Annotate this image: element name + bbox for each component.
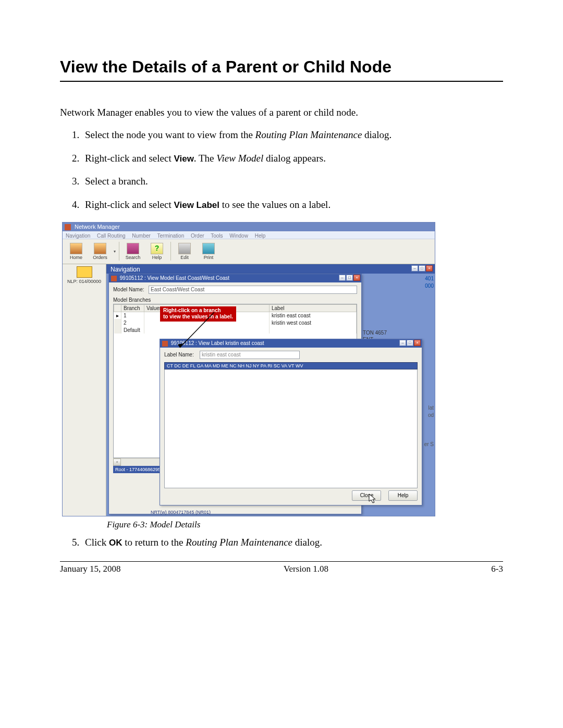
toolbar-home[interactable]: Home [66, 243, 87, 260]
toolbar-separator [119, 242, 119, 261]
menu-termination[interactable]: Termination [157, 233, 185, 239]
menu-window[interactable]: Window [229, 233, 248, 239]
text-italic: Routing Plan Maintenance [255, 129, 362, 140]
menubar[interactable]: Navigation Call Routing Number Terminati… [63, 231, 435, 239]
heading-rule [60, 81, 503, 82]
close-button[interactable]: × [414, 340, 421, 346]
text: dialog. [362, 129, 391, 140]
cell-branch: Default [121, 326, 144, 334]
maximize-button[interactable]: □ [346, 275, 353, 281]
toolbar-search[interactable]: Search [123, 243, 143, 260]
label-values-selected[interactable]: CT DC DE FL GA MA MD ME NC NH NJ NY PA R… [164, 362, 418, 369]
steps-list: Select the node you want to view from th… [60, 129, 503, 212]
maximize-button[interactable]: □ [419, 265, 425, 272]
app-icon [65, 224, 71, 230]
toolbar: Home Orders ▾ Search ?Help Edit Print [63, 239, 435, 264]
menu-number[interactable]: Number [132, 233, 151, 239]
close-button[interactable]: × [353, 275, 360, 281]
home-icon [70, 243, 82, 254]
menu-tools[interactable]: Tools [211, 233, 223, 239]
cursor-icon [369, 493, 377, 504]
background-text: TON 4657 [363, 330, 387, 336]
view-model-title: 99105112 : View Model East Coast/West Co… [120, 275, 229, 281]
text-bold: View Label [174, 200, 219, 210]
toolbar-edit[interactable]: Edit [174, 243, 195, 260]
page-title: View the Details of a Parent or Child No… [60, 57, 503, 77]
help-dialog-button[interactable]: Help [388, 490, 418, 501]
orders-icon [94, 243, 106, 254]
text: . The [194, 153, 216, 164]
label-name-input[interactable] [200, 351, 300, 359]
toolbar-orders[interactable]: Orders [90, 243, 111, 260]
minimize-button[interactable]: – [411, 265, 418, 272]
toolbar-label: Help [152, 255, 162, 260]
footer-page: 6-3 [491, 564, 503, 574]
window-icon [162, 341, 168, 347]
text: dialog appears. [263, 153, 326, 164]
menu-navigation[interactable]: Navigation [66, 233, 90, 239]
search-icon [127, 243, 139, 254]
text-italic: View Model [216, 153, 263, 164]
sidebar: NLP: 014/00000 [63, 264, 106, 516]
close-button[interactable]: × [426, 265, 433, 272]
toolbar-label: Print [204, 255, 214, 260]
view-label-titlebar[interactable]: 99105112 : View Label kristin east coast… [160, 339, 422, 348]
maximize-button[interactable]: □ [407, 340, 413, 346]
menu-help[interactable]: Help [255, 233, 266, 239]
intro-paragraph: Network Manager enables you to view the … [60, 107, 503, 118]
cell-branch: 2 [121, 319, 144, 326]
edit-icon [178, 243, 191, 254]
label-values-area [164, 369, 418, 488]
step-1: Select the node you want to view from th… [82, 129, 503, 142]
close-dialog-button[interactable]: Close [352, 490, 381, 501]
label-name-label: Label Name: [164, 352, 197, 357]
sidebar-label: NLP: 014/00000 [63, 279, 106, 284]
minimize-button[interactable]: – [399, 340, 406, 346]
toolbar-dropdown-arrow[interactable]: ▾ [114, 249, 116, 254]
toolbar-label: Edit [180, 255, 189, 260]
window-icon [111, 276, 117, 281]
model-name-label: Model Name: [113, 287, 145, 292]
minimize-button[interactable]: – [339, 275, 346, 281]
dialog-buttons: Close Help [160, 488, 422, 504]
text-italic: Routing Plan Maintenance [186, 537, 292, 548]
view-label-title: 99105112 : View Label kristin east coast [171, 340, 264, 346]
menu-order[interactable]: Order [191, 233, 204, 239]
table-row[interactable]: Default [114, 326, 357, 334]
model-name-input[interactable] [149, 286, 357, 294]
callout-tooltip: Right-click on a branch to view the valu… [160, 306, 236, 322]
footer-version: Version 1.08 [284, 564, 328, 574]
view-label-window: 99105112 : View Label kristin east coast… [160, 339, 422, 505]
view-model-titlebar[interactable]: 99105112 : View Model East Coast/West Co… [109, 274, 361, 282]
cell-label: kristin west coast [270, 319, 357, 326]
callout-line: Right-click on a branch [163, 307, 233, 314]
col-branch[interactable]: Branch [121, 304, 144, 312]
cell-label [270, 326, 357, 334]
background-text: od [428, 412, 434, 418]
background-text: lat [428, 405, 434, 411]
toolbar-print[interactable]: Print [198, 243, 219, 260]
text-bold: View [174, 154, 193, 164]
col-label[interactable]: Label [270, 304, 357, 312]
step-4: Right-click and select View Label to see… [82, 199, 503, 212]
background-text: 401 [425, 276, 434, 281]
steps-list-cont: Click OK to return to the Routing Plan M… [60, 536, 503, 549]
background-text: er S [424, 441, 434, 447]
footer-rule [60, 561, 503, 562]
step-3: Select a branch. [82, 175, 503, 188]
scroll-left-button[interactable]: ‹ [113, 459, 121, 466]
text: to see the values on a label. [219, 199, 331, 210]
menu-call-routing[interactable]: Call Routing [97, 233, 125, 239]
toolbar-help[interactable]: ?Help [146, 243, 167, 260]
text: Right-click and select [85, 199, 174, 210]
mdi-area: Navigation 401 000 lat od er S – □ × [106, 264, 435, 516]
navigation-header: Navigation [106, 264, 435, 274]
model-branches-label: Model Branches [113, 297, 357, 303]
text: to return to the [122, 537, 186, 548]
text: Select the node you want to view from th… [85, 129, 255, 140]
step-5: Click OK to return to the Routing Plan M… [82, 536, 503, 549]
sidebar-icon[interactable] [77, 266, 92, 278]
cell-branch: 1 [121, 312, 144, 319]
help-icon: ? [151, 243, 163, 254]
callout-line: to view the values in a label. [163, 314, 233, 320]
